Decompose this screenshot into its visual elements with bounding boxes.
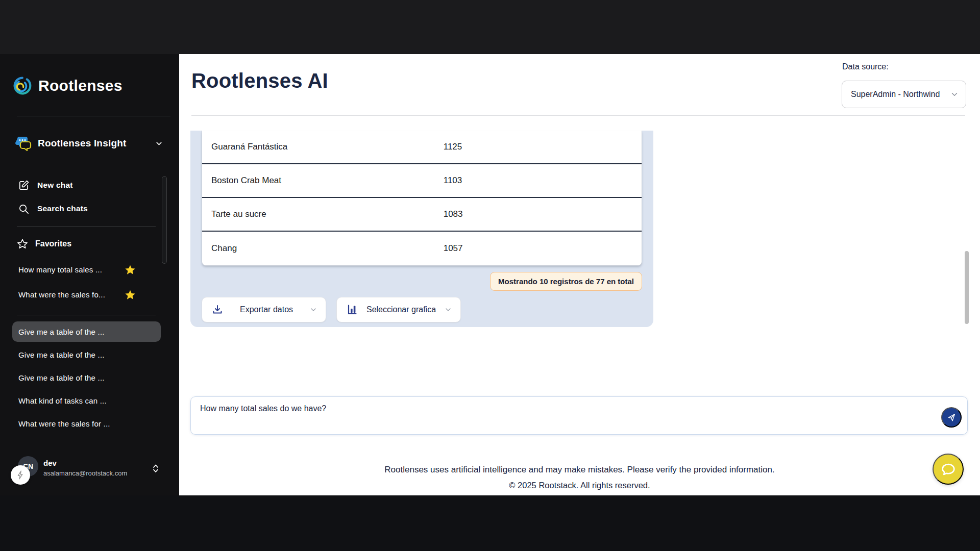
favorite-star-icon[interactable] [125, 289, 136, 300]
chat-input[interactable]: How many total sales do we have? [191, 397, 967, 434]
table-actions: Exportar datos Seleccionar grafica [202, 297, 642, 322]
paper-plane-icon [946, 412, 957, 422]
extension-overlay-bubble[interactable] [11, 465, 30, 485]
chevron-down-icon [444, 306, 452, 314]
assistant-response-panel: Guaraná Fantástica 1125 Boston Crab Meat… [190, 131, 653, 327]
data-source-value: SuperAdmin - Northwind [851, 90, 950, 99]
table-cell-value: 1125 [444, 142, 642, 152]
main-scrollbar-thumb[interactable] [965, 251, 969, 324]
favorites-list: How many total sales ... What were the s… [12, 257, 150, 307]
page-title: Rootlenses AI [191, 69, 328, 92]
search-chats-button[interactable]: Search chats [0, 197, 163, 220]
data-source-label: Data source: [842, 62, 889, 71]
chat-history-label: What kind of tasks can ... [18, 396, 107, 405]
workspace-selector[interactable]: Rootlenses Insight [15, 136, 163, 151]
favorite-chat-item[interactable]: How many total sales ... [12, 257, 150, 282]
favorite-chat-label: How many total sales ... [18, 265, 125, 274]
support-chat-fab[interactable] [933, 454, 964, 485]
lightning-icon [15, 470, 26, 480]
table-cell-product: Chang [202, 243, 444, 254]
table-cell-value: 1103 [444, 176, 642, 186]
app-logo-text: Rootlenses [38, 77, 122, 94]
user-email: asalamanca@rootstack.com [43, 469, 127, 477]
user-account[interactable]: CN dev asalamanca@rootstack.com [0, 452, 168, 488]
search-icon [18, 203, 30, 215]
main-content: Rootlenses AI Data source: SuperAdmin - … [179, 54, 980, 495]
letterbox-bottom [0, 495, 980, 551]
export-data-button[interactable]: Exportar datos [202, 297, 326, 322]
favorites-label: Favorites [35, 239, 71, 248]
screen: Rootlenses Rootlenses Insight [0, 0, 980, 551]
table-row: Boston Crab Meat 1103 [202, 164, 642, 198]
chevron-down-icon [950, 90, 959, 99]
sidebar-scrollbar-thumb[interactable] [162, 176, 167, 264]
favorite-star-icon[interactable] [125, 264, 136, 276]
results-table: Guaraná Fantástica 1125 Boston Crab Meat… [202, 131, 642, 266]
records-badge-row: Mostrando 10 registros de 77 en total [202, 272, 642, 291]
download-icon [211, 304, 224, 316]
select-chart-label: Seleccionar grafica [358, 305, 444, 314]
export-data-label: Exportar datos [224, 305, 309, 314]
table-row: Tarte au sucre 1083 [202, 198, 642, 232]
chat-bubbles-icon [15, 136, 33, 151]
footer-copyright: © 2025 Rootstack. All rights reserved. [179, 481, 980, 490]
new-chat-label: New chat [37, 181, 73, 190]
table-cell-product: Boston Crab Meat [202, 176, 444, 186]
chat-history-label: Give me a table of the ... [18, 328, 105, 336]
table-row: Chang 1057 [202, 232, 642, 265]
sidebar: Rootlenses Rootlenses Insight [0, 54, 179, 495]
chevron-down-icon[interactable] [155, 139, 163, 148]
table-cell-product: Tarte au sucre [202, 209, 444, 219]
chat-history-item[interactable]: What kind of tasks can ... [12, 390, 161, 411]
chat-history-label: Give me a table of the ... [18, 373, 105, 382]
sidebar-divider [17, 315, 156, 315]
sidebar-divider [17, 227, 156, 227]
header-divider [191, 115, 965, 116]
chat-history-item[interactable]: What were the sales for ... [12, 413, 161, 434]
favorite-chat-item[interactable]: What were the sales fo... [12, 282, 150, 307]
user-name: dev [43, 459, 57, 467]
table-cell-value: 1057 [444, 243, 642, 254]
star-outline-icon [17, 238, 28, 249]
chat-history-label: What were the sales for ... [18, 419, 110, 428]
workspace-label: Rootlenses Insight [38, 138, 150, 149]
chat-history-list: Give me a table of the ... Give me a tab… [12, 321, 161, 436]
records-count-badge: Mostrando 10 registros de 77 en total [490, 272, 642, 291]
footer-disclaimer: Rootlenses uses artificial intelligence … [179, 465, 980, 475]
new-chat-icon [18, 180, 30, 191]
data-source-select[interactable]: SuperAdmin - Northwind [842, 81, 966, 108]
new-chat-button[interactable]: New chat [0, 173, 163, 197]
bar-chart-icon [346, 304, 358, 316]
table-cell-value: 1083 [444, 209, 642, 219]
chat-history-label: Give me a table of the ... [18, 350, 105, 359]
favorite-chat-label: What were the sales fo... [18, 290, 125, 299]
table-cell-product: Guaraná Fantástica [202, 142, 444, 152]
rootlenses-logo-icon [12, 76, 33, 96]
send-button[interactable] [941, 407, 962, 428]
chat-bubble-icon [940, 461, 957, 478]
table-row: Guaraná Fantástica 1125 [202, 131, 642, 164]
chat-history-item[interactable]: Give me a table of the ... [12, 321, 161, 342]
chevron-down-icon [309, 306, 317, 314]
sidebar-divider [17, 116, 170, 116]
chat-composer: How many total sales do we have? [190, 396, 968, 435]
app-logo[interactable]: Rootlenses [12, 76, 122, 96]
sidebar-nav: New chat Search chats [0, 173, 163, 220]
letterbox-top [0, 0, 980, 54]
chat-history-item[interactable]: Give me a table of the ... [12, 367, 161, 388]
search-chats-label: Search chats [37, 204, 88, 213]
favorites-header[interactable]: Favorites [0, 234, 163, 254]
chevron-up-down-icon[interactable] [152, 463, 160, 473]
select-chart-button[interactable]: Seleccionar grafica [336, 297, 461, 322]
chat-history-item[interactable]: Give me a table of the ... [12, 344, 161, 365]
